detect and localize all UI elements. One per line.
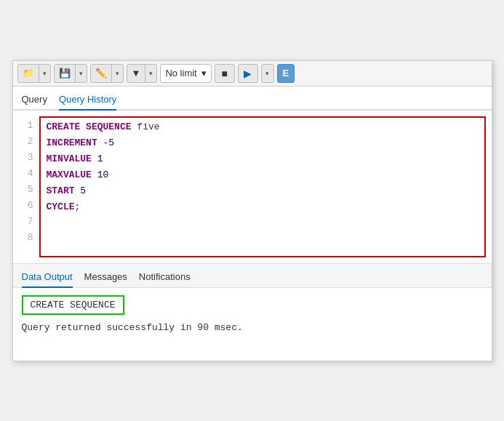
edit-dropdown-arrow[interactable]: ▾ [111,64,123,83]
edit-dropdown[interactable]: ✏️ ▾ [90,64,124,83]
line-num-4: 4 [13,166,33,182]
tab-query-history[interactable]: Query History [59,91,116,111]
tab-data-output[interactable]: Data Output [22,268,73,288]
code-line-5: START 5 [47,183,479,199]
edit-icon: ✏️ [91,68,111,79]
result-text: CREATE SEQUENCE [31,300,116,310]
output-area: CREATE SEQUENCE Query returned successfu… [13,288,492,361]
code-line-4: MAXVALUE 10 [47,167,479,183]
folder-icon: 📁 [18,68,39,79]
line-num-3: 3 [13,150,33,166]
code-line-3: MINVALUE 1 [47,151,479,167]
tab-messages[interactable]: Messages [84,268,127,288]
toolbar: 📁 ▾ 💾 ▾ ✏️ ▾ ▼ ▾ No limit ▾ ■ ▶ ▾ E [13,61,492,87]
line-num-6: 6 [13,198,33,214]
open-dropdown-arrow[interactable]: ▾ [39,64,50,83]
code-editor[interactable]: CREATE SEQUENCE five INCREMENT -5 MINVAL… [39,116,486,257]
save-dropdown[interactable]: 💾 ▾ [54,64,87,83]
save-dropdown-arrow[interactable]: ▾ [75,64,87,83]
run-dropdown[interactable]: ▾ [261,64,274,83]
limit-dropdown-arrow: ▾ [201,68,207,79]
open-file-dropdown[interactable]: 📁 ▾ [17,64,51,83]
line-num-8: 8 [13,230,33,246]
line-numbers: 1 2 3 4 5 6 7 8 [13,116,39,257]
bottom-tabs: Data Output Messages Notifications [13,263,492,288]
play-icon: ▶ [244,68,252,79]
message-text: Query returned successfully in 90 msec. [22,322,243,333]
tab-query[interactable]: Query [22,91,47,111]
filter-icon: ▼ [127,68,145,79]
editor-area: 1 2 3 4 5 6 7 8 CREATE SEQUENCE five INC… [13,111,492,263]
code-line-7 [47,215,479,231]
limit-label: No limit [165,68,196,79]
nav-tabs: Query Query History [13,87,492,111]
line-num-5: 5 [13,182,33,198]
line-num-2: 2 [13,134,33,150]
line-num-7: 7 [13,214,33,230]
filter-dropdown-arrow[interactable]: ▾ [145,64,156,83]
stop-icon: ■ [221,68,227,79]
output-result: CREATE SEQUENCE [22,295,124,315]
output-message: Query returned successfully in 90 msec. [22,322,483,333]
save-icon: 💾 [55,68,75,79]
code-line-1: CREATE SEQUENCE five [47,119,479,135]
filter-dropdown[interactable]: ▼ ▾ [127,64,158,83]
limit-selector[interactable]: No limit ▾ [160,64,211,83]
code-line-8 [47,231,479,247]
run-dropdown-arrow[interactable]: ▾ [262,64,273,83]
line-num-1: 1 [13,118,33,134]
explain-button[interactable]: E [277,64,295,83]
explain-label: E [282,68,289,79]
run-button[interactable]: ▶ [238,64,258,83]
tab-notifications[interactable]: Notifications [139,268,191,288]
stop-button[interactable]: ■ [215,64,235,83]
code-line-6: CYCLE; [47,199,479,215]
main-window: 📁 ▾ 💾 ▾ ✏️ ▾ ▼ ▾ No limit ▾ ■ ▶ ▾ E [12,60,492,361]
code-line-2: INCREMENT -5 [47,135,479,151]
